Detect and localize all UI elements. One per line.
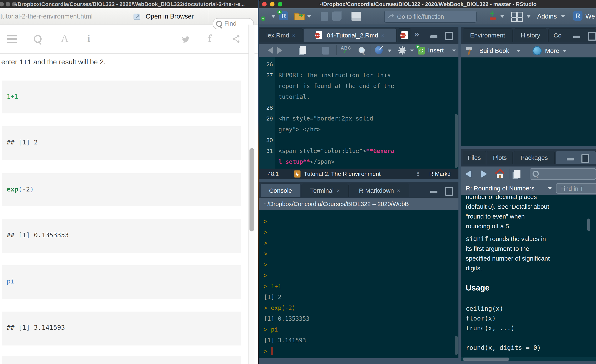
info-icon[interactable]: i [87,33,90,44]
output-block[interactable]: ## [1] 2 [2,126,241,160]
tab-connections[interactable]: Co [548,28,596,42]
insert-dropdown-icon[interactable] [452,50,456,52]
code-block[interactable]: 1+1 [2,81,241,113]
forward-icon[interactable] [277,47,282,54]
minimize-pane-icon[interactable] [428,30,440,39]
knit-dropdown-icon[interactable] [388,50,391,52]
help-line-text: (default 0). See ‘Details’ about [466,202,591,211]
editor-body[interactable]: g y 2627REPORT: The instruction for this… [259,57,458,169]
tab-history[interactable]: History [514,28,547,42]
more-dropdown-icon[interactable] [563,50,567,52]
code-block[interactable]: exp(-2) [2,173,241,206]
insert-button[interactable]: Insert [428,44,444,57]
editor-scrollbar-thumb[interactable] [455,114,458,168]
editor-row: report is found at the end of the [259,81,458,92]
font-settings-icon[interactable]: A [61,32,68,44]
popout-icon[interactable] [514,170,521,178]
help-usage-code: trunc(x, ...) [466,323,591,333]
console-line: > [264,248,309,259]
scrollbar-thumb[interactable] [250,148,254,231]
popout-icon[interactable] [300,46,306,54]
share-icon[interactable] [231,34,241,44]
close-icon[interactable]: × [292,32,296,39]
output-block[interactable]: ## [1] 0.1353353 [2,219,241,253]
console-scrollbar-thumb[interactable] [455,336,458,355]
output-block[interactable]: ## [1] 3.141593 [2,312,241,345]
find-in-topic-input[interactable]: Find in T [556,183,596,193]
minimize-pane-icon[interactable] [564,153,576,162]
facebook-icon[interactable]: f [208,32,212,44]
minimize-pane-icon[interactable] [571,30,583,40]
file-type-label[interactable]: R Markd [429,169,451,179]
help-hscrollbar-thumb[interactable] [463,357,509,361]
open-in-browser-button[interactable]: Open in Browser [146,8,194,25]
code-segment: tutorial. [278,93,310,100]
gear-dropdown-icon[interactable] [410,50,414,52]
tab-r-markdown[interactable]: R Markdown× [350,184,409,197]
spellcheck-icon[interactable]: ABC✓ [341,45,351,57]
help-body[interactable]: number of decimal places(default 0). See… [461,195,596,361]
code-block[interactable]: pi [2,265,241,299]
console-body[interactable]: > > > > > > > 1+1[1] 2> exp(-2)[1] 0.135… [259,210,458,358]
editor-row: 31<span style="color:blue">**Genera [259,146,458,156]
maximize-pane-icon[interactable] [442,30,454,39]
console-input: > 1+1 [264,283,281,290]
close-icon[interactable]: × [337,187,340,194]
console-line: > pi [264,324,309,335]
help-topic-dropdown-icon[interactable] [548,187,552,190]
files-tabstrip: Files Plots Packages [461,149,596,166]
back-icon[interactable] [268,47,273,54]
section-spinner-icon[interactable]: ▲▼ [416,171,420,177]
maximize-pane-icon[interactable] [585,30,596,40]
console-line: > [264,346,309,357]
minimize-pane-icon[interactable] [428,186,440,195]
code-segment: <span style="color:blue"> [278,148,366,154]
code-block[interactable] [2,356,241,364]
tab-overflow-partial[interactable]: Rmd [398,28,411,42]
console-input: > [264,250,271,257]
tab-overflow-icon[interactable]: » [414,29,419,39]
search-icon [533,171,539,177]
section-navigator[interactable]: # Tutorial 2: The R environment ▲▼ [291,169,427,179]
save-icon[interactable] [322,47,329,54]
build-dropdown-icon[interactable] [517,50,521,52]
tab-packages[interactable]: Packages [514,151,555,164]
editor-line-text: gray"> </hr> [278,124,320,135]
code-segment: pi [7,277,14,285]
twitter-icon[interactable] [181,35,191,44]
menu-icon[interactable] [7,35,17,45]
help-vscrollbar-thumb[interactable] [587,219,590,231]
tab-lex-rmd[interactable]: lex.Rmd× [259,28,303,42]
build-book-button[interactable]: Build Book [479,44,509,57]
vcs-icon[interactable]: + [490,11,496,16]
console-input: > [264,348,271,355]
separator [336,45,337,55]
help-hscrollbar-track[interactable] [461,357,596,361]
close-icon[interactable]: × [381,32,385,39]
find-input[interactable] [224,19,252,28]
tab-help-partial[interactable] [556,151,596,164]
working-directory-bar: ~/Dropbox/Concordia/Courses/BIOL322 – 20… [259,198,458,210]
home-icon[interactable] [494,169,506,179]
tab-console[interactable]: Console [261,184,300,197]
maximize-pane-icon[interactable] [579,153,591,162]
find-box[interactable] [213,18,254,29]
back-icon[interactable] [465,170,471,178]
line-number: 28 [259,102,273,113]
source-pane: lex.Rmd× Rmd 04-Tutorial_2.Rmd× Rmd » [259,17,458,171]
insert-chunk-icon[interactable]: C+ [418,47,425,54]
tab-files[interactable]: Files [463,151,486,164]
tab-environment[interactable]: Environment [463,28,513,42]
find-replace-icon[interactable] [358,47,365,53]
maximize-pane-icon[interactable] [442,186,454,195]
more-button[interactable]: More [545,44,559,57]
search-icon[interactable] [34,35,42,43]
close-icon[interactable]: × [397,187,400,194]
desktop-background-sliver [258,0,259,364]
tab-plots[interactable]: Plots [487,151,513,164]
help-search-box[interactable] [530,168,596,180]
tab-04-tutorial-2-rmd[interactable]: Rmd 04-Tutorial_2.Rmd× [304,28,397,42]
tab-terminal[interactable]: Terminal× [302,184,349,197]
forward-icon[interactable] [481,170,487,178]
files-help-pane: Files Plots Packages [461,149,596,364]
